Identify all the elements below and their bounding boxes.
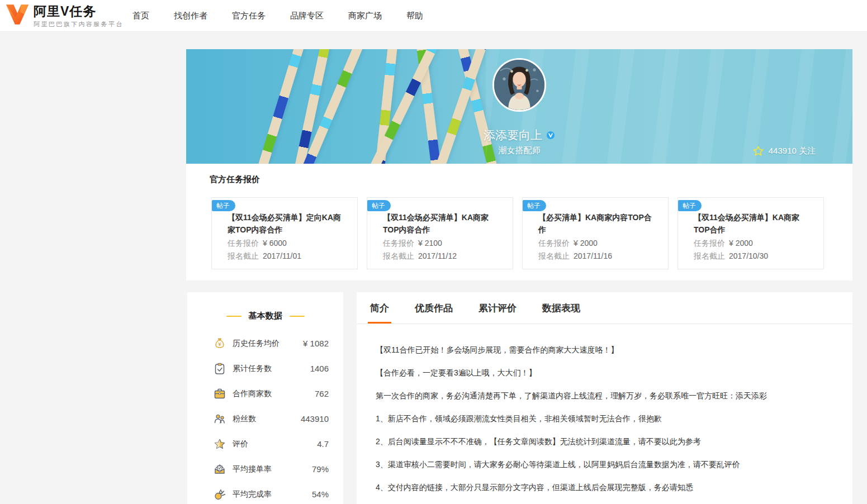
nav-item-help[interactable]: 帮助	[406, 11, 423, 21]
task-deadline-label: 报名截止	[538, 251, 570, 260]
intro-paragraph: 2、后台阅读量显示不不不准确，【任务文章阅读数】无法统计到渠道流量，请不要以此为…	[376, 438, 830, 446]
profile-banner: 添添要向上 潮女搭配师 443910 关注	[186, 49, 852, 164]
stat-value: 1406	[310, 364, 329, 373]
intro-paragraph: 【双11合作已开始！多会场同步展现，需要合作的商家大大速度咯！】	[376, 346, 830, 354]
briefcase-icon	[213, 387, 226, 401]
task-price-label: 任务报价	[383, 239, 414, 248]
task-card-list: 帖子 【双11会场必买清单】定向KA商家TOP内容合作 任务报价¥ 6000 报…	[211, 197, 824, 269]
basic-data-title: 基本数据	[187, 311, 343, 321]
intro-content: 【双11合作已开始！多会场同步展现，需要合作的商家大大速度咯！】 【合作必看，一…	[357, 324, 852, 492]
stat-value: 762	[315, 389, 329, 398]
task-deadline-label: 报名截止	[694, 251, 725, 260]
people-icon	[213, 412, 226, 426]
title-dash-right	[290, 316, 305, 317]
task-deadline-value: 2017/11/12	[418, 251, 457, 260]
intro-paragraph: 【合作必看，一定要看3遍以上哦，大大们！】	[376, 369, 830, 377]
detail-tabs: 简介 优质作品 累计评价 数据表现	[357, 292, 852, 324]
envelope-check-icon	[213, 463, 226, 476]
stat-value: 54%	[312, 489, 329, 499]
nav-item-merchant-plaza[interactable]: 商家广场	[348, 11, 382, 21]
intro-paragraph: 4、交付内容的链接，大部分只显示部分文字内容，但渠道上线后会展现完整版，务必请知…	[376, 483, 830, 492]
tab-data-performance[interactable]: 数据表现	[542, 292, 580, 324]
stat-label: 粉丝数	[233, 414, 256, 424]
task-card[interactable]: 帖子 【双11会场必买清单】KA商家TOP合作 任务报价¥ 2000 报名截止2…	[678, 197, 824, 269]
task-card[interactable]: 帖子 【必买清单】KA商家内容TOP合作 任务报价¥ 2000 报名截止2017…	[522, 197, 669, 269]
post-type-badge: 帖子	[678, 200, 702, 211]
stat-label: 历史任务均价	[233, 339, 279, 349]
stat-label: 平均完成率	[233, 489, 272, 500]
main-nav: 首页 找创作者 官方任务 品牌专区 商家广场 帮助	[132, 0, 423, 32]
stat-value: ¥ 1082	[303, 339, 329, 348]
post-type-badge: 帖子	[212, 200, 235, 211]
nav-item-home[interactable]: 首页	[132, 11, 149, 21]
followers-count: 443910 关注	[752, 145, 816, 157]
task-deadline-label: 报名截止	[228, 251, 259, 260]
stat-row-rating: 评价 4.7	[187, 431, 343, 457]
tab-featured-works[interactable]: 优质作品	[415, 292, 453, 324]
stat-row-avg-price: ¥ 历史任务均价 ¥ 1082	[187, 331, 343, 356]
stat-row-completion-rate: 平均完成率 54%	[187, 482, 343, 504]
task-price-value: ¥ 2000	[729, 239, 753, 248]
tab-intro[interactable]: 简介	[370, 292, 389, 324]
stat-value: 4.7	[317, 439, 329, 449]
svg-text:¥: ¥	[218, 341, 221, 346]
basic-data-panel: 基本数据 ¥ 历史任务均价 ¥ 1082 累计任务	[187, 292, 343, 504]
stat-row-acceptance-rate: 平均接单率 79%	[187, 457, 343, 482]
star-outline-icon	[752, 145, 764, 157]
money-bag-icon: ¥	[213, 337, 226, 350]
stat-value: 443910	[301, 414, 329, 424]
task-price-value: ¥ 6000	[263, 239, 287, 248]
basic-data-title-text: 基本数据	[249, 311, 282, 321]
profile-detail-panel: 简介 优质作品 累计评价 数据表现 【双11合作已开始！多会场同步展现，需要合作…	[357, 292, 852, 504]
task-price-label: 任务报价	[694, 239, 725, 248]
task-deadline-value: 2017/11/16	[574, 251, 612, 260]
stat-label: 平均接单率	[233, 464, 272, 474]
star-icon	[213, 438, 226, 451]
profile-avatar	[492, 58, 546, 112]
stat-row-followers: 粉丝数 443910	[187, 406, 343, 431]
task-deadline-value: 2017/10/30	[729, 251, 768, 260]
site-title: 阿里V任务	[34, 4, 124, 18]
nav-item-brand-zone[interactable]: 品牌专区	[290, 11, 324, 21]
task-price-value: ¥ 2100	[418, 239, 442, 248]
site-logo[interactable]: 阿里V任务 阿里巴巴旗下内容服务平台	[6, 4, 124, 28]
intro-paragraph: 第一次合作的商家，务必沟通清楚再下单，了解渠道内容上线流程，理解万岁，务必联系唯…	[376, 392, 830, 400]
task-price-label: 任务报价	[228, 239, 259, 248]
level-badge-icon	[546, 131, 555, 140]
top-nav-bar: 阿里V任务 阿里巴巴旗下内容服务平台 首页 找创作者 官方任务 品牌专区 商家广…	[0, 0, 867, 32]
profile-name: 添添要向上	[484, 127, 542, 143]
stat-label: 合作商家数	[233, 389, 272, 399]
task-price-value: ¥ 2000	[574, 239, 598, 248]
title-dash-left	[226, 316, 241, 317]
nav-item-find-creators[interactable]: 找创作者	[174, 11, 207, 21]
followers-count-text: 443910 关注	[769, 146, 816, 156]
stat-label: 累计任务数	[233, 364, 272, 374]
official-task-quotes-panel: 官方任务报价 帖子 【双11会场必买清单】定向KA商家TOP内容合作 任务报价¥…	[186, 164, 852, 280]
stat-label: 评价	[233, 439, 248, 449]
stat-row-partner-merchants: 合作商家数 762	[187, 381, 343, 406]
section-title-official-task-quotes: 官方任务报价	[210, 174, 260, 185]
nav-item-official-tasks[interactable]: 官方任务	[232, 11, 266, 21]
intro-paragraph: 3、渠道审核小二需要时间，请大家务必耐心等待渠道上线，以阿里妈妈后台流量数据为准…	[376, 460, 830, 469]
intro-paragraph: 1、新店不合作，领域必须跟潮流女性类目相关，非相关领域暂时无法合作，很抱歉	[376, 415, 830, 423]
post-type-badge: 帖子	[523, 200, 546, 211]
post-type-badge: 帖子	[367, 200, 391, 211]
task-deadline-value: 2017/11/01	[263, 251, 301, 260]
logo-v-icon	[6, 4, 29, 27]
task-card[interactable]: 帖子 【双11会场必买清单】KA商家TOP内容合作 任务报价¥ 2100 报名截…	[367, 197, 513, 269]
stat-row-total-tasks: 累计任务数 1406	[187, 356, 343, 381]
site-subtitle: 阿里巴巴旗下内容服务平台	[34, 20, 124, 28]
stat-value: 79%	[312, 464, 329, 474]
clipboard-check-icon	[213, 362, 226, 375]
ok-hand-icon	[213, 488, 226, 501]
task-deadline-label: 报名截止	[383, 251, 414, 260]
tab-cumulative-reviews[interactable]: 累计评价	[478, 292, 517, 324]
task-card[interactable]: 帖子 【双11会场必买清单】定向KA商家TOP内容合作 任务报价¥ 6000 报…	[211, 197, 358, 269]
task-price-label: 任务报价	[538, 239, 570, 248]
